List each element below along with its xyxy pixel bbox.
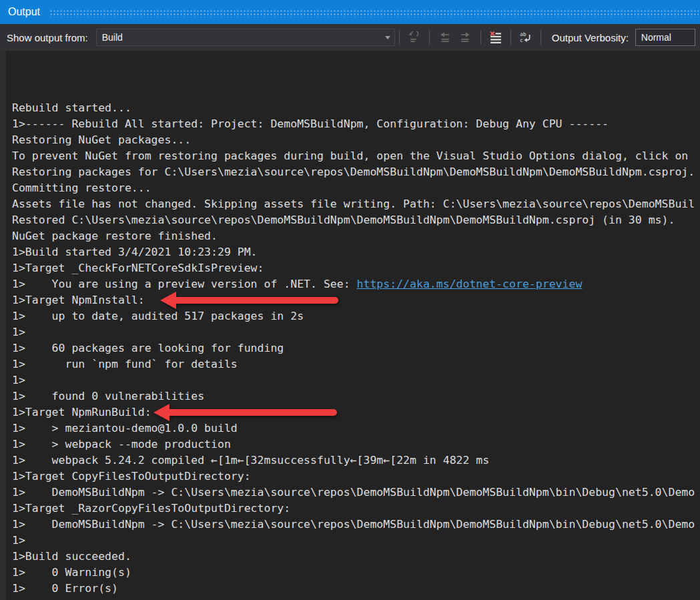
previous-message-icon xyxy=(438,31,450,43)
output-line-text: 1> You are using a preview version of .N… xyxy=(12,278,357,290)
red-arrow-annotation xyxy=(153,404,337,421)
output-line: Assets file has not changed. Skipping as… xyxy=(12,196,700,212)
output-line: 1>Target NpmInstall: xyxy=(12,292,700,308)
output-line: Restored C:\Users\mezia\source\repos\Dem… xyxy=(12,212,700,228)
red-arrow-annotation xyxy=(160,292,338,309)
output-line-text: Assets file has not changed. Skipping as… xyxy=(12,198,695,210)
arrow-head xyxy=(160,292,176,309)
output-line-text: 1> > meziantou-demo@1.0.0 build xyxy=(12,422,238,434)
output-line: 1> DemoMSBuildNpm -> C:\Users\mezia\sour… xyxy=(12,485,700,501)
svg-text:c: c xyxy=(520,37,523,43)
output-line: 1> xyxy=(12,597,700,600)
output-line: 1>Target _RazorCopyFilesToOutputDirector… xyxy=(12,501,700,517)
toolbar-separator xyxy=(480,30,481,45)
word-wrap-icon: ab c xyxy=(520,31,532,43)
output-line-text: 1> 60 packages are looking for funding xyxy=(12,342,284,354)
output-line-text: 1>------ Rebuild All started: Project: D… xyxy=(12,117,609,130)
output-line: Restoring packages for C:\Users\mezia\so… xyxy=(12,164,700,180)
output-line-text: NuGet package restore finished. xyxy=(12,230,218,242)
output-line-text: 1> webpack 5.24.2 compiled ←[1m←[32msucc… xyxy=(12,454,489,467)
output-line: 1> xyxy=(12,324,700,340)
output-verbosity-dropdown[interactable]: Normal xyxy=(635,29,695,46)
output-line-text: Restoring NuGet packages... xyxy=(12,133,191,146)
output-line-text: Restored C:\Users\mezia\source\repos\Dem… xyxy=(12,214,675,226)
toolbar-separator xyxy=(429,30,430,45)
show-output-from-label: Show output from: xyxy=(7,32,88,43)
output-line-text: 1> 0 Error(s) xyxy=(12,582,118,595)
show-output-from-dropdown[interactable]: Build xyxy=(96,29,395,46)
output-line-text: Committing restore... xyxy=(12,182,151,194)
output-gutter xyxy=(0,51,6,600)
output-line: 1>Target NpmRunBuild: xyxy=(12,404,700,420)
output-line-text: 1> found 0 vulnerabilities xyxy=(12,390,204,402)
output-line: NuGet package restore finished. xyxy=(12,228,700,244)
panel-title: Output xyxy=(8,6,40,18)
output-line: 1> xyxy=(12,533,700,549)
output-line: 1> xyxy=(12,372,700,388)
output-log[interactable]: Rebuild started...1>------ Rebuild All s… xyxy=(0,51,700,600)
output-line: 1> DemoMSBuildNpm -> C:\Users\mezia\sour… xyxy=(12,517,700,533)
output-panel-titlebar[interactable]: Output xyxy=(0,0,700,24)
output-line: 1> up to date, audited 517 packages in 2… xyxy=(12,308,700,324)
output-line-text: 1> > webpack --mode production xyxy=(12,438,231,451)
output-line-text: 1> DemoMSBuildNpm -> C:\Users\mezia\sour… xyxy=(12,518,695,531)
output-line: 1> 60 packages are looking for funding xyxy=(12,340,700,356)
output-line: 1> > webpack --mode production xyxy=(12,436,700,453)
output-line: 1> run `npm fund` for details xyxy=(12,356,700,372)
output-line-text: 1> xyxy=(12,326,25,338)
output-line: Committing restore... xyxy=(12,180,700,196)
previous-message-button[interactable] xyxy=(434,27,454,47)
arrow-shaft xyxy=(169,409,337,416)
output-line: 1>Target CopyFilesToOutputDirectory: xyxy=(12,469,700,485)
output-line: 1> 0 Error(s) xyxy=(12,581,700,597)
output-line-text: To prevent NuGet from restoring packages… xyxy=(12,149,688,162)
output-line: 1> 0 Warning(s) xyxy=(12,565,700,581)
output-line-text: 1> run `npm fund` for details xyxy=(12,358,238,370)
output-lines-container: Rebuild started...1>------ Rebuild All s… xyxy=(12,100,700,600)
output-toolbar: Show output from: Build xyxy=(0,24,700,51)
output-line: To prevent NuGet from restoring packages… xyxy=(12,148,700,164)
clear-all-button[interactable] xyxy=(486,27,506,47)
output-line-text: 1> xyxy=(12,534,25,547)
toolbar-separator xyxy=(399,30,400,45)
toolbar-separator xyxy=(510,30,511,45)
output-line: 1> found 0 vulnerabilities xyxy=(12,388,700,404)
dotnet-preview-link[interactable]: https://aka.ms/dotnet-core-preview xyxy=(357,278,583,290)
find-message-in-code-button[interactable] xyxy=(404,27,424,47)
output-line-text: 1>Build succeeded. xyxy=(12,550,131,563)
output-verbosity-value: Normal xyxy=(641,32,691,43)
output-line-text: 1> xyxy=(12,374,25,386)
word-wrap-button[interactable]: ab c xyxy=(516,27,536,47)
output-line-text: 1>Target _CheckForNETCoreSdkIsPreview: xyxy=(12,262,264,274)
output-line: 1> webpack 5.24.2 compiled ←[1m←[32msucc… xyxy=(12,453,700,469)
output-verbosity-label: Output Verbosity: xyxy=(552,32,629,43)
titlebar-drag-dots xyxy=(49,9,699,17)
toolbar-separator xyxy=(541,30,541,45)
clear-all-icon xyxy=(490,31,502,43)
output-line: 1> > meziantou-demo@1.0.0 build xyxy=(12,420,700,436)
output-line: 1>Build succeeded. xyxy=(12,549,700,565)
output-line: 1>Build started 3/4/2021 10:23:29 PM. xyxy=(12,244,700,260)
output-line-text: Rebuild started... xyxy=(12,101,131,114)
output-line-text: 1>Target CopyFilesToOutputDirectory: xyxy=(12,470,251,483)
show-output-from-value: Build xyxy=(102,32,381,43)
arrow-shaft xyxy=(176,297,338,304)
output-line: 1> You are using a preview version of .N… xyxy=(12,276,700,292)
output-line-text: 1> 0 Warning(s) xyxy=(12,566,131,579)
find-message-icon xyxy=(408,31,420,43)
arrow-head xyxy=(153,404,169,421)
output-line-text: 1>Target _RazorCopyFilesToOutputDirector… xyxy=(12,502,290,515)
output-line-text: 1> up to date, audited 517 packages in 2… xyxy=(12,310,304,322)
output-line: 1>Target _CheckForNETCoreSdkIsPreview: xyxy=(12,260,700,276)
output-line-text: 1> DemoMSBuildNpm -> C:\Users\mezia\sour… xyxy=(12,486,695,499)
output-line-text: Restoring packages for C:\Users\mezia\so… xyxy=(12,166,695,178)
output-line-text: 1>Target NpmRunBuild: xyxy=(12,406,151,418)
next-message-button[interactable] xyxy=(456,27,476,47)
output-line: Restoring NuGet packages... xyxy=(12,132,700,148)
chevron-down-icon xyxy=(385,36,390,39)
output-line-text: 1>Target NpmInstall: xyxy=(12,294,145,306)
next-message-icon xyxy=(460,31,472,43)
output-line-text: 1>Build started 3/4/2021 10:23:29 PM. xyxy=(12,246,258,258)
output-line: Rebuild started... xyxy=(12,100,700,116)
output-line: 1>------ Rebuild All started: Project: D… xyxy=(12,116,700,132)
